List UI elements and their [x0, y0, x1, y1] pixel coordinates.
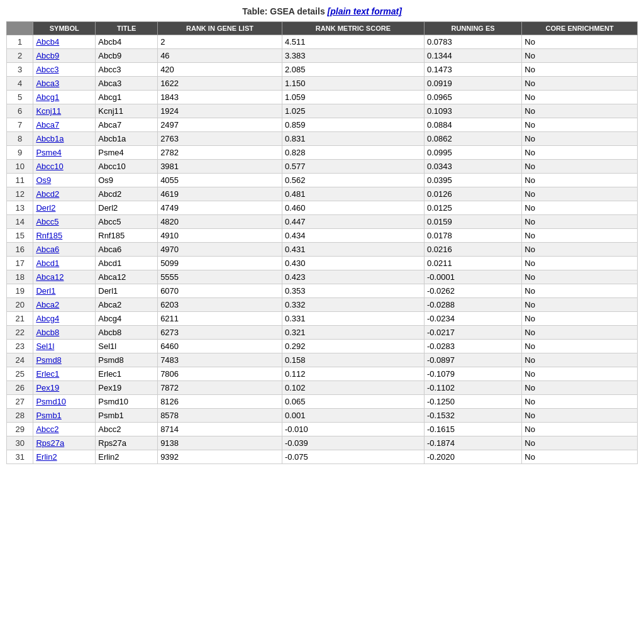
cell-core-enrichment: No [522, 229, 638, 243]
cell-symbol[interactable]: Abcd2 [33, 187, 96, 201]
gene-symbol-link[interactable]: Rnf185 [36, 231, 62, 240]
cell-symbol[interactable]: Abcc5 [33, 215, 96, 229]
cell-core-enrichment: No [522, 174, 638, 187]
cell-symbol[interactable]: Abcg1 [33, 91, 96, 104]
table-row: 11Os9Os940550.5620.0395No [7, 174, 638, 187]
gene-symbol-link[interactable]: Abcc3 [36, 65, 58, 74]
cell-row-num: 1 [7, 35, 33, 49]
gene-symbol-link[interactable]: Psmd10 [36, 397, 66, 406]
cell-symbol[interactable]: Rnf185 [33, 229, 96, 243]
cell-symbol[interactable]: Sel1l [33, 340, 96, 353]
gene-symbol-link[interactable]: Pex19 [36, 383, 59, 392]
cell-symbol[interactable]: Abca3 [33, 77, 96, 91]
cell-running-es: 0.0159 [424, 215, 521, 229]
cell-symbol[interactable]: Pex19 [33, 381, 96, 395]
cell-rank: 6273 [158, 326, 282, 340]
gene-symbol-link[interactable]: Abcb4 [36, 37, 59, 47]
cell-rank: 6070 [158, 284, 282, 298]
gene-symbol-link[interactable]: Abcc10 [36, 162, 63, 171]
cell-row-num: 19 [7, 284, 33, 298]
cell-running-es: -0.1079 [424, 367, 521, 381]
gene-symbol-link[interactable]: Abca3 [36, 79, 59, 88]
cell-metric: 3.383 [282, 49, 424, 63]
gene-symbol-link[interactable]: Abca12 [36, 272, 64, 282]
cell-symbol[interactable]: Abcd1 [33, 257, 96, 270]
gene-symbol-link[interactable]: Kcnj11 [36, 106, 61, 116]
cell-core-enrichment: No [522, 215, 638, 229]
gene-symbol-link[interactable]: Abcg1 [36, 92, 59, 102]
gene-symbol-link[interactable]: Abcb8 [36, 328, 59, 337]
gene-symbol-link[interactable]: Rps27a [36, 438, 64, 448]
cell-symbol[interactable]: Psmd8 [33, 353, 96, 367]
cell-title: Os9 [96, 174, 158, 187]
cell-title: Abcd2 [96, 187, 158, 201]
gene-symbol-link[interactable]: Derl2 [36, 203, 55, 213]
cell-symbol[interactable]: Abcb1a [33, 132, 96, 146]
cell-symbol[interactable]: Derl2 [33, 201, 96, 215]
gene-symbol-link[interactable]: Psmd8 [36, 355, 61, 365]
table-header-row: SYMBOL TITLE RANK IN GENE LIST RANK METR… [7, 22, 638, 35]
cell-title: Sel1l [96, 340, 158, 353]
cell-symbol[interactable]: Abcb8 [33, 326, 96, 340]
cell-rank: 1924 [158, 104, 282, 118]
cell-symbol[interactable]: Abca2 [33, 298, 96, 312]
cell-symbol[interactable]: Derl1 [33, 284, 96, 298]
cell-metric: 0.460 [282, 201, 424, 215]
gene-symbol-link[interactable]: Psme4 [36, 148, 61, 157]
cell-running-es: 0.1473 [424, 63, 521, 77]
cell-metric: 0.831 [282, 132, 424, 146]
cell-symbol[interactable]: Rps27a [33, 436, 96, 450]
gene-symbol-link[interactable]: Erlin2 [36, 452, 57, 462]
cell-symbol[interactable]: Psmb1 [33, 409, 96, 423]
cell-symbol[interactable]: Abcc10 [33, 160, 96, 174]
plain-text-link[interactable]: [plain text format] [328, 6, 402, 16]
cell-core-enrichment: No [522, 450, 638, 464]
gene-symbol-link[interactable]: Abcg4 [36, 314, 59, 323]
cell-row-num: 10 [7, 160, 33, 174]
cell-symbol[interactable]: Abca6 [33, 243, 96, 257]
gene-symbol-link[interactable]: Erlec1 [36, 369, 59, 379]
cell-symbol[interactable]: Os9 [33, 174, 96, 187]
cell-metric: 0.447 [282, 215, 424, 229]
cell-row-num: 17 [7, 257, 33, 270]
cell-symbol[interactable]: Erlec1 [33, 367, 96, 381]
cell-running-es: -0.0234 [424, 312, 521, 326]
gene-symbol-link[interactable]: Abcb1a [36, 134, 64, 143]
cell-symbol[interactable]: Abca12 [33, 270, 96, 284]
cell-running-es: -0.0001 [424, 270, 521, 284]
gene-symbol-link[interactable]: Psmb1 [36, 411, 61, 420]
cell-symbol[interactable]: Abcb4 [33, 35, 96, 49]
table-row: 29Abcc2Abcc28714-0.010-0.1615No [7, 423, 638, 436]
gene-symbol-link[interactable]: Os9 [36, 175, 51, 185]
gene-symbol-link[interactable]: Abca2 [36, 300, 59, 309]
cell-running-es: -0.1102 [424, 381, 521, 395]
cell-metric: 0.321 [282, 326, 424, 340]
cell-core-enrichment: No [522, 118, 638, 132]
gene-symbol-link[interactable]: Abcc2 [36, 425, 58, 434]
cell-core-enrichment: No [522, 146, 638, 160]
gene-symbol-link[interactable]: Abca7 [36, 120, 59, 130]
gene-symbol-link[interactable]: Abcd2 [36, 189, 59, 199]
gene-symbol-link[interactable]: Abcd1 [36, 258, 59, 268]
cell-rank: 9392 [158, 450, 282, 464]
cell-metric: 0.859 [282, 118, 424, 132]
cell-running-es: -0.1250 [424, 395, 521, 409]
cell-core-enrichment: No [522, 367, 638, 381]
gene-symbol-link[interactable]: Abcc5 [36, 217, 58, 226]
cell-symbol[interactable]: Kcnj11 [33, 104, 96, 118]
cell-symbol[interactable]: Abcg4 [33, 312, 96, 326]
gene-symbol-link[interactable]: Sel1l [36, 341, 54, 351]
cell-symbol[interactable]: Abcc3 [33, 63, 96, 77]
cell-symbol[interactable]: Psme4 [33, 146, 96, 160]
cell-symbol[interactable]: Abcc2 [33, 423, 96, 436]
cell-rank: 2782 [158, 146, 282, 160]
cell-symbol[interactable]: Abcb9 [33, 49, 96, 63]
table-row: 15Rnf185Rnf18549100.4340.0178No [7, 229, 638, 243]
cell-symbol[interactable]: Erlin2 [33, 450, 96, 464]
gene-symbol-link[interactable]: Abca6 [36, 245, 59, 254]
cell-symbol[interactable]: Psmd10 [33, 395, 96, 409]
cell-metric: 0.562 [282, 174, 424, 187]
gene-symbol-link[interactable]: Derl1 [36, 286, 55, 296]
gene-symbol-link[interactable]: Abcb9 [36, 51, 59, 60]
cell-symbol[interactable]: Abca7 [33, 118, 96, 132]
